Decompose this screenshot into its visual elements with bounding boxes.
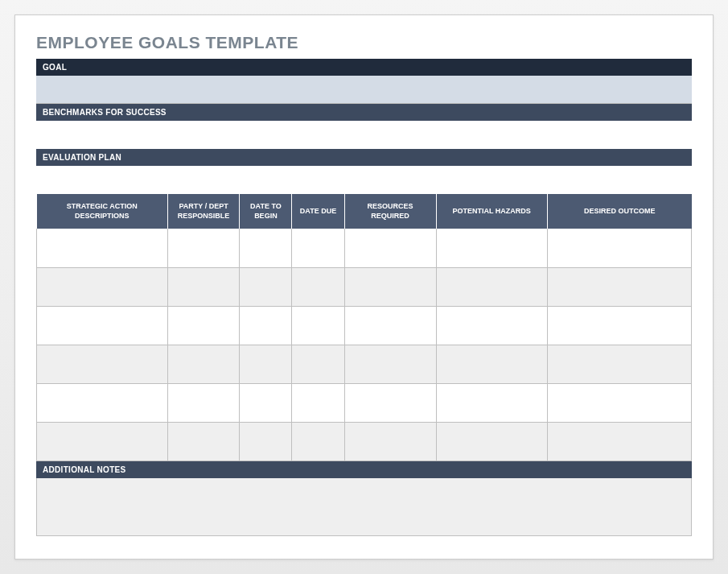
cell-begin[interactable] (240, 383, 292, 422)
action-table: STRATEGIC ACTION DESCRIPTIONS PARTY / DE… (36, 194, 692, 461)
cell-hazards[interactable] (436, 306, 547, 345)
col-header-resources: RESOURCES REQUIRED (344, 194, 436, 229)
cell-resources[interactable] (344, 229, 436, 267)
document-page: EMPLOYEE GOALS TEMPLATE GOAL BENCHMARKS … (14, 14, 714, 560)
cell-outcome[interactable] (547, 345, 691, 383)
evaluation-header: EVALUATION PLAN (36, 149, 692, 166)
cell-begin[interactable] (240, 229, 292, 267)
evaluation-input-area[interactable] (36, 166, 692, 194)
cell-due[interactable] (292, 306, 344, 345)
cell-hazards[interactable] (436, 383, 547, 422)
page-title: EMPLOYEE GOALS TEMPLATE (36, 33, 692, 52)
table-row (37, 422, 692, 460)
cell-outcome[interactable] (547, 229, 691, 267)
cell-party[interactable] (167, 229, 240, 267)
cell-party[interactable] (167, 422, 240, 460)
cell-resources[interactable] (344, 306, 436, 345)
cell-hazards[interactable] (436, 422, 547, 460)
table-row (37, 345, 692, 383)
cell-party[interactable] (167, 383, 240, 422)
benchmarks-input-area[interactable] (36, 121, 692, 149)
col-header-hazards: POTENTIAL HAZARDS (436, 194, 547, 229)
goal-input-area[interactable] (36, 76, 692, 104)
cell-party[interactable] (167, 345, 240, 383)
cell-resources[interactable] (344, 383, 436, 422)
cell-strategic[interactable] (37, 229, 168, 267)
notes-header: ADDITIONAL NOTES (36, 461, 692, 478)
col-header-due: DATE DUE (292, 194, 344, 229)
cell-strategic[interactable] (37, 306, 168, 345)
cell-begin[interactable] (240, 267, 292, 306)
cell-begin[interactable] (240, 422, 292, 460)
cell-due[interactable] (292, 267, 344, 306)
col-header-party: PARTY / DEPT RESPONSIBLE (167, 194, 240, 229)
table-row (37, 383, 692, 422)
cell-outcome[interactable] (547, 267, 691, 306)
cell-outcome[interactable] (547, 306, 691, 345)
cell-due[interactable] (292, 229, 344, 267)
notes-input-area[interactable] (36, 478, 692, 536)
cell-resources[interactable] (344, 345, 436, 383)
cell-strategic[interactable] (37, 345, 168, 383)
cell-party[interactable] (167, 306, 240, 345)
cell-strategic[interactable] (37, 267, 168, 306)
cell-hazards[interactable] (436, 267, 547, 306)
cell-strategic[interactable] (37, 422, 168, 460)
cell-due[interactable] (292, 345, 344, 383)
col-header-begin: DATE TO BEGIN (240, 194, 292, 229)
goal-header: GOAL (36, 59, 692, 76)
cell-outcome[interactable] (547, 383, 691, 422)
cell-strategic[interactable] (37, 383, 168, 422)
table-row (37, 306, 692, 345)
cell-hazards[interactable] (436, 229, 547, 267)
cell-outcome[interactable] (547, 422, 691, 460)
col-header-outcome: DESIRED OUTCOME (547, 194, 691, 229)
cell-begin[interactable] (240, 306, 292, 345)
table-header-row: STRATEGIC ACTION DESCRIPTIONS PARTY / DE… (37, 194, 692, 229)
cell-resources[interactable] (344, 267, 436, 306)
table-row (37, 229, 692, 267)
cell-hazards[interactable] (436, 345, 547, 383)
benchmarks-header: BENCHMARKS FOR SUCCESS (36, 104, 692, 121)
col-header-strategic: STRATEGIC ACTION DESCRIPTIONS (37, 194, 168, 229)
cell-due[interactable] (292, 383, 344, 422)
cell-resources[interactable] (344, 422, 436, 460)
cell-due[interactable] (292, 422, 344, 460)
cell-party[interactable] (167, 267, 240, 306)
table-row (37, 267, 692, 306)
cell-begin[interactable] (240, 345, 292, 383)
